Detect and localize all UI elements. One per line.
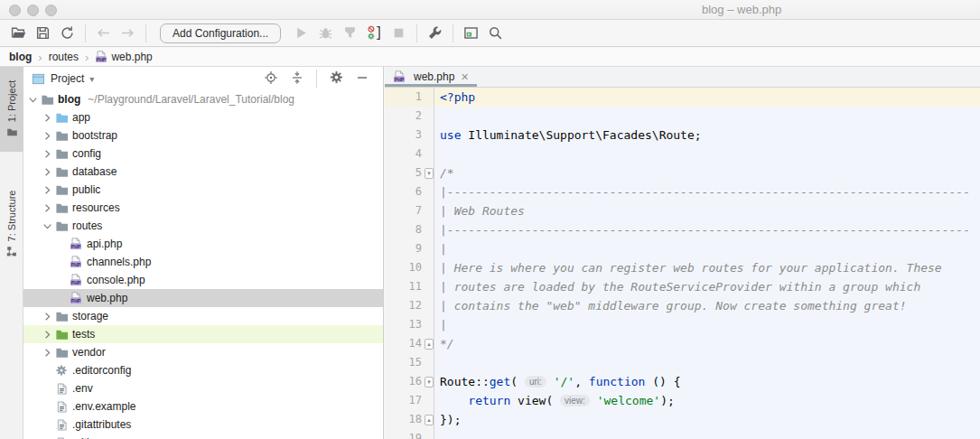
close-window-button[interactable] <box>9 5 21 16</box>
code-line-15: 15 <box>385 353 980 372</box>
chevron-right-icon[interactable] <box>40 110 54 125</box>
tab-web-php[interactable]: PHP web.php × <box>385 67 477 87</box>
line-number: 10 <box>385 258 434 277</box>
run-window-button[interactable] <box>459 23 483 44</box>
tree-row-api.php[interactable]: PHPapi.php <box>23 235 383 253</box>
debug-icon <box>318 25 333 41</box>
locate-file-button[interactable] <box>263 70 279 87</box>
chevron-down-icon[interactable] <box>40 219 54 233</box>
code-token: get <box>490 375 510 388</box>
code-line-12: 12| contains the "web" middleware group.… <box>385 296 980 315</box>
chevron-right-icon[interactable] <box>40 128 54 143</box>
tree-row-config[interactable]: config <box>23 145 383 163</box>
breadcrumb-separator: › <box>38 51 42 64</box>
tree-row-.gitattributes[interactable]: .gitattributes <box>23 416 383 434</box>
folder-icon <box>54 201 69 215</box>
fold-marker-icon[interactable]: ▾ <box>425 168 434 179</box>
open-icon <box>11 25 26 41</box>
code-line-14: 14▴*/ <box>385 334 980 353</box>
profiler-button[interactable] <box>362 23 387 44</box>
chevron-spacer <box>40 417 54 432</box>
php-file-icon: PHP <box>95 51 107 63</box>
chevron-right-icon[interactable] <box>40 309 54 323</box>
hide-panel-button[interactable] <box>354 70 370 87</box>
close-tab-icon[interactable]: × <box>461 70 468 83</box>
breadcrumb-item-routes[interactable]: routes <box>49 51 79 63</box>
line-number: 7 <box>385 201 434 220</box>
project-tool-window: Project ▾ blog~/Playground/Laravel/Larav… <box>23 67 384 439</box>
tree-row-resources[interactable]: resources <box>23 199 383 217</box>
chevron-right-icon[interactable] <box>40 182 54 197</box>
breadcrumb-separator: › <box>85 51 89 64</box>
tree-row-.editorconfig[interactable]: .editorconfig <box>23 361 383 379</box>
minimize-window-button[interactable] <box>27 5 39 16</box>
tree-row-channels.php[interactable]: PHPchannels.php <box>23 253 383 271</box>
php-file-icon: PHP <box>69 291 83 305</box>
chevron-right-icon[interactable] <box>40 327 54 341</box>
phpstorm-window: blog – web.php Add Configuration... blog… <box>0 0 980 439</box>
tool-window-button-project[interactable]: 1: Project <box>0 67 23 152</box>
coverage-icon <box>342 25 358 41</box>
tree-row-vendor[interactable]: vendor <box>23 343 383 361</box>
breadcrumb-item-web.php[interactable]: web.php <box>111 51 152 63</box>
wrench-button[interactable] <box>423 23 447 44</box>
code-line-8: 8|--------------------------------------… <box>385 220 980 239</box>
save-button[interactable] <box>31 23 55 44</box>
tree-row-app[interactable]: app <box>23 108 383 126</box>
tree-row-.env[interactable]: .env <box>23 379 383 397</box>
tree-row-.gitignore[interactable]: .gitignore <box>23 434 383 439</box>
code-line-5: 5▾/* <box>385 163 980 182</box>
chevron-down-icon[interactable]: ▾ <box>89 74 94 84</box>
tree-row-bootstrap[interactable]: bootstrap <box>23 126 383 145</box>
folder-icon <box>54 164 69 179</box>
tree-row-public[interactable]: public <box>23 181 383 199</box>
chevron-spacer <box>54 273 69 287</box>
project-panel-header: Project ▾ <box>23 67 383 90</box>
wrench-icon <box>427 25 443 41</box>
open-button[interactable] <box>6 23 31 44</box>
tree-row-storage[interactable]: storage <box>23 307 383 325</box>
panel-settings-button[interactable] <box>328 70 344 87</box>
project-panel-title[interactable]: Project <box>51 72 84 85</box>
code-token: ( <box>510 375 525 388</box>
code-line-16: 16▾Route::get( uri: '/', function () { <box>385 372 980 391</box>
chevron-right-icon[interactable] <box>40 201 54 215</box>
code-text: }); <box>434 410 980 429</box>
tree-row-database[interactable]: database <box>23 163 383 181</box>
tree-row-web.php[interactable]: PHPweb.php <box>23 289 383 307</box>
code-text: | <box>434 239 980 258</box>
fold-marker-icon[interactable]: ▴ <box>425 415 434 425</box>
tree-row-console.php[interactable]: PHPconsole.php <box>23 271 383 289</box>
code-editor[interactable]: 1<?php23use Illuminate\Support\Facades\R… <box>385 88 980 439</box>
tree-row-routes[interactable]: routes <box>23 217 383 235</box>
collapse-all-button[interactable] <box>289 70 305 87</box>
code-token: | Web Routes <box>440 204 525 218</box>
chevron-right-icon[interactable] <box>40 164 54 179</box>
chevron-right-icon[interactable] <box>40 146 54 161</box>
text-file-icon <box>54 435 69 439</box>
forward-button <box>116 23 140 44</box>
php-file-icon: PHP <box>393 70 406 83</box>
project-panel-actions <box>263 70 370 88</box>
gear-icon <box>330 70 343 87</box>
folder-icon <box>54 128 69 143</box>
add-configuration-button[interactable]: Add Configuration... <box>160 23 281 43</box>
search-button[interactable] <box>483 23 508 44</box>
search-icon <box>488 25 503 41</box>
zoom-window-button[interactable] <box>45 5 57 16</box>
tree-row-blog[interactable]: blog~/Playground/Laravel/Laravel_Tutoria… <box>23 90 383 108</box>
breadcrumb-item-blog[interactable]: blog <box>9 51 32 63</box>
code-line-3: 3use Illuminate\Support\Facades\Route; <box>385 126 980 145</box>
code-text: <?php <box>434 88 980 107</box>
tree-row-.env.example[interactable]: .env.example <box>23 397 383 416</box>
code-token: | Here is where you can register web rou… <box>440 261 942 275</box>
line-number: 2 <box>385 107 434 126</box>
sync-button[interactable] <box>55 23 79 44</box>
chevron-down-icon[interactable] <box>25 92 40 107</box>
tool-window-button-structure[interactable]: 7: Structure <box>0 181 23 267</box>
fold-marker-icon[interactable]: ▾ <box>425 377 434 388</box>
tree-row-tests[interactable]: tests <box>23 325 383 343</box>
fold-marker-icon[interactable]: ▴ <box>425 339 434 350</box>
project-tree: blog~/Playground/Laravel/Laravel_Tutoria… <box>23 90 383 439</box>
chevron-right-icon[interactable] <box>40 345 54 360</box>
